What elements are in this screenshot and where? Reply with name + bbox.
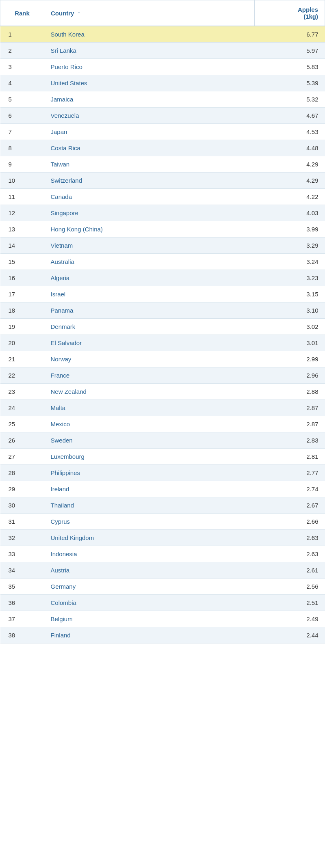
table-row: 25Mexico2.87	[0, 416, 325, 432]
value-cell: 3.10	[255, 302, 325, 319]
value-cell: 2.83	[255, 432, 325, 449]
country-cell: Indonesia	[44, 546, 254, 562]
country-column-header[interactable]: Country ↑	[44, 0, 254, 26]
country-cell: Finland	[44, 627, 254, 643]
value-cell: 3.23	[255, 270, 325, 286]
rank-cell: 23	[0, 384, 44, 400]
country-cell: Philippines	[44, 465, 254, 481]
value-cell: 2.88	[255, 384, 325, 400]
country-cell: United States	[44, 75, 254, 91]
value-cell: 3.24	[255, 254, 325, 270]
value-cell: 2.74	[255, 481, 325, 497]
value-cell: 4.03	[255, 205, 325, 221]
value-cell: 2.77	[255, 465, 325, 481]
value-cell: 2.67	[255, 497, 325, 514]
table-row: 36Colombia2.51	[0, 595, 325, 611]
rank-cell: 6	[0, 108, 44, 124]
value-cell: 6.77	[255, 26, 325, 43]
value-cell: 2.56	[255, 579, 325, 595]
table-container: Rank Country ↑ Apples(1kg) 1South Korea6…	[0, 0, 325, 643]
rank-cell: 16	[0, 270, 44, 286]
table-row: 29Ireland2.74	[0, 481, 325, 497]
table-row: 15Australia3.24	[0, 254, 325, 270]
value-cell: 2.87	[255, 416, 325, 432]
table-row: 9Taiwan4.29	[0, 156, 325, 173]
rank-cell: 7	[0, 124, 44, 140]
value-cell: 2.87	[255, 400, 325, 416]
value-cell: 2.63	[255, 546, 325, 562]
table-row: 19Denmark3.02	[0, 319, 325, 335]
country-cell: Switzerland	[44, 173, 254, 189]
rank-cell: 15	[0, 254, 44, 270]
country-cell: Canada	[44, 189, 254, 205]
value-cell: 2.66	[255, 514, 325, 530]
country-cell: Sweden	[44, 432, 254, 449]
value-cell: 4.67	[255, 108, 325, 124]
country-cell: Ireland	[44, 481, 254, 497]
table-row: 20El Salvador3.01	[0, 335, 325, 351]
table-row: 14Vietnam3.29	[0, 238, 325, 254]
value-column-header: Apples(1kg)	[255, 0, 325, 26]
table-row: 7Japan4.53	[0, 124, 325, 140]
rank-cell: 26	[0, 432, 44, 449]
table-row: 37Belgium2.49	[0, 611, 325, 627]
country-cell: Jamaica	[44, 91, 254, 108]
table-row: 3Puerto Rico5.83	[0, 59, 325, 75]
rank-cell: 38	[0, 627, 44, 643]
table-row: 13Hong Kong (China)3.99	[0, 221, 325, 238]
table-row: 5Jamaica5.32	[0, 91, 325, 108]
rank-cell: 8	[0, 140, 44, 156]
table-row: 28Philippines2.77	[0, 465, 325, 481]
value-cell: 2.96	[255, 367, 325, 384]
country-cell: Thailand	[44, 497, 254, 514]
country-cell: Luxembourg	[44, 449, 254, 465]
table-row: 23New Zealand2.88	[0, 384, 325, 400]
table-row: 4United States5.39	[0, 75, 325, 91]
table-row: 18Panama3.10	[0, 302, 325, 319]
rank-cell: 11	[0, 189, 44, 205]
value-cell: 3.99	[255, 221, 325, 238]
rankings-table: Rank Country ↑ Apples(1kg) 1South Korea6…	[0, 0, 325, 643]
rank-cell: 20	[0, 335, 44, 351]
table-row: 10Switzerland4.29	[0, 173, 325, 189]
country-cell: Costa Rica	[44, 140, 254, 156]
value-cell: 4.22	[255, 189, 325, 205]
rank-cell: 3	[0, 59, 44, 75]
table-row: 22France2.96	[0, 367, 325, 384]
country-cell: Australia	[44, 254, 254, 270]
value-cell: 2.99	[255, 351, 325, 367]
rank-cell: 4	[0, 75, 44, 91]
country-cell: Panama	[44, 302, 254, 319]
country-cell: Singapore	[44, 205, 254, 221]
table-row: 6Venezuela4.67	[0, 108, 325, 124]
rank-cell: 9	[0, 156, 44, 173]
rank-cell: 21	[0, 351, 44, 367]
country-cell: Germany	[44, 579, 254, 595]
value-cell: 4.48	[255, 140, 325, 156]
country-cell: Vietnam	[44, 238, 254, 254]
value-cell: 2.63	[255, 530, 325, 546]
country-cell: Taiwan	[44, 156, 254, 173]
country-cell: Austria	[44, 562, 254, 579]
country-cell: Denmark	[44, 319, 254, 335]
rank-cell: 36	[0, 595, 44, 611]
rank-cell: 13	[0, 221, 44, 238]
country-cell: Puerto Rico	[44, 59, 254, 75]
rank-cell: 37	[0, 611, 44, 627]
table-row: 35Germany2.56	[0, 579, 325, 595]
value-cell: 2.61	[255, 562, 325, 579]
country-cell: Israel	[44, 286, 254, 302]
country-cell: Malta	[44, 400, 254, 416]
rank-cell: 24	[0, 400, 44, 416]
rank-cell: 22	[0, 367, 44, 384]
country-cell: Venezuela	[44, 108, 254, 124]
value-cell: 3.15	[255, 286, 325, 302]
country-cell: New Zealand	[44, 384, 254, 400]
table-row: 38Finland2.44	[0, 627, 325, 643]
country-cell: Cyprus	[44, 514, 254, 530]
country-cell: El Salvador	[44, 335, 254, 351]
country-cell: Norway	[44, 351, 254, 367]
country-cell: United Kingdom	[44, 530, 254, 546]
rank-cell: 32	[0, 530, 44, 546]
rank-cell: 29	[0, 481, 44, 497]
